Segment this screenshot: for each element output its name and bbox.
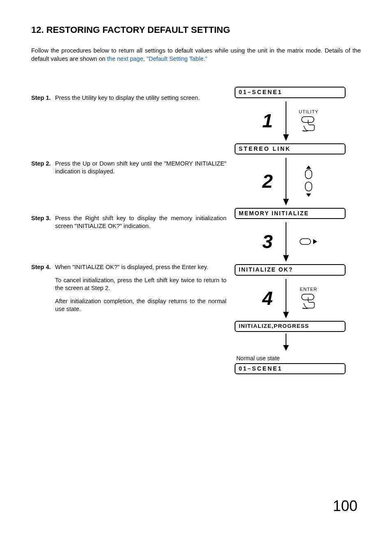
- step-1-label: Step 1.: [31, 94, 55, 107]
- svg-marker-4: [283, 199, 289, 205]
- step-3-text: Press the Right shift key to display the…: [55, 214, 226, 230]
- intro-paragraph: Follow the procedures below to return al…: [31, 47, 361, 63]
- flow-number-4: 4: [255, 287, 280, 309]
- down-arrow-icon: [280, 332, 292, 352]
- page-title: 12. RESTORING FACTORY DEFAULT SETTING: [31, 25, 361, 35]
- svg-marker-5: [306, 166, 311, 169]
- lcd-display-6: 01–SCENE1: [235, 363, 346, 374]
- svg-marker-1: [283, 134, 289, 141]
- step-3-label: Step 3.: [31, 214, 55, 235]
- svg-rect-2: [302, 117, 314, 122]
- step-4-label: Step 4.: [31, 263, 55, 318]
- down-arrow-icon: [280, 219, 292, 264]
- flow-step-3: 3: [235, 219, 346, 264]
- flow-step-progress: [235, 332, 346, 352]
- lcd-display-5: INITIALIZE,PROGRESS: [235, 321, 346, 332]
- page-number: 100: [31, 497, 361, 515]
- svg-marker-14: [283, 312, 289, 318]
- svg-marker-10: [283, 255, 289, 262]
- right-key-icon: [298, 236, 319, 247]
- steps-column: Step 1. Press the Utility key to display…: [31, 87, 235, 318]
- down-arrow-icon: [280, 98, 292, 143]
- utility-key-label: UTILITY: [299, 109, 318, 114]
- press-button-icon: [299, 293, 318, 310]
- step-2: Step 2. Press the Up or Down shift key u…: [31, 160, 226, 181]
- lcd-display-1: 01–SCENE1: [235, 87, 346, 98]
- svg-rect-15: [302, 294, 314, 300]
- step-2-text: Press the Up or Down shift key until the…: [55, 160, 226, 176]
- lcd-display-2: STEREO LINK: [235, 143, 346, 154]
- up-down-keys-icon: [302, 165, 316, 198]
- flow-number-3: 3: [255, 230, 280, 253]
- lcd-display-3: MEMORY INITIALIZE: [235, 208, 346, 219]
- press-button-icon: [299, 116, 318, 132]
- right-shift-key: [292, 236, 325, 247]
- step-4-text-2: To cancel initialization, press the Left…: [55, 276, 226, 292]
- display-flow-column: 01–SCENE1 1 UTILITY STEREO L: [235, 87, 346, 374]
- default-setting-table-link[interactable]: the next page, "Default Setting Table.": [107, 55, 208, 62]
- step-4-text-1: When "INITIALIZE OK?" is displayed, pres…: [55, 263, 226, 272]
- step-3: Step 3. Press the Right shift key to dis…: [31, 214, 226, 235]
- page-root: 12. RESTORING FACTORY DEFAULT SETTING Fo…: [0, 0, 392, 539]
- down-arrow-icon: [280, 276, 292, 321]
- enter-key: ENTER: [292, 287, 325, 310]
- down-arrow-icon: [280, 154, 292, 208]
- enter-key-label: ENTER: [300, 287, 317, 292]
- utility-key: UTILITY: [292, 109, 325, 132]
- step-4-text-3: After initialization completion, the dis…: [55, 297, 226, 313]
- content-row: Step 1. Press the Utility key to display…: [31, 87, 361, 374]
- flow-number-1: 1: [255, 110, 280, 132]
- svg-marker-17: [283, 345, 289, 351]
- svg-rect-7: [305, 182, 312, 191]
- flow-step-4: 4 ENTER: [235, 276, 346, 321]
- lcd-display-4: INITIALIZE OK?: [235, 264, 346, 275]
- step-1: Step 1. Press the Utility key to display…: [31, 94, 226, 107]
- normal-state-caption: Normal use state: [236, 355, 346, 362]
- svg-marker-12: [313, 239, 317, 244]
- flow-step-2: 2: [235, 154, 346, 208]
- step-1-text: Press the Utility key to display the uti…: [55, 94, 226, 102]
- step-2-label: Step 2.: [31, 160, 55, 181]
- svg-rect-6: [305, 170, 312, 179]
- flow-step-1: 1 UTILITY: [235, 98, 346, 143]
- flow-number-2: 2: [255, 170, 280, 192]
- svg-marker-8: [306, 193, 311, 197]
- step-4: Step 4. When "INITIALIZE OK?" is display…: [31, 263, 226, 318]
- up-down-keys: [292, 165, 325, 198]
- svg-rect-11: [300, 239, 311, 244]
